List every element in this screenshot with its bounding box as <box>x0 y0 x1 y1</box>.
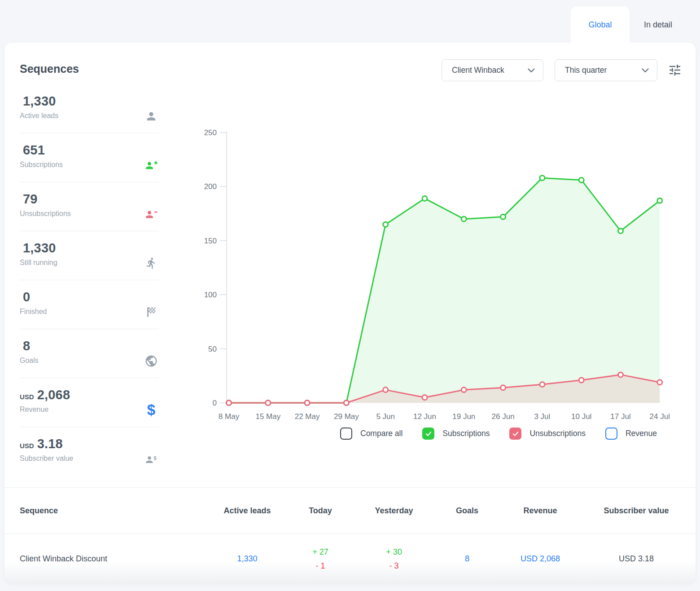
stat-label: Revenue <box>20 406 159 414</box>
chart-legend: Compare all Subscriptions Unsubscription… <box>340 428 657 440</box>
chart-settings-button[interactable] <box>668 63 682 77</box>
stat-label: Subscriber value <box>20 454 159 463</box>
yesterday-plus: + 30 <box>357 545 431 559</box>
x-tick-label: 29 May <box>334 412 359 421</box>
page-title: Sequences <box>20 62 79 75</box>
tune-icon <box>668 63 682 77</box>
svg-text:$: $ <box>154 455 157 461</box>
column-header-today: Today <box>284 506 357 516</box>
stat-number: 0 <box>23 290 30 304</box>
stat-label: Active leads <box>20 112 159 120</box>
stat-number: 1,330 <box>23 94 56 108</box>
column-header-active-leads: Active leads <box>211 506 284 516</box>
stat-value: 1,330 <box>20 94 159 109</box>
cell-today: + 27 - 1 <box>284 545 357 573</box>
unsubscriptions-point <box>422 395 427 400</box>
finish-flag-icon <box>144 305 158 319</box>
x-tick-label: 17 Jul <box>610 412 630 421</box>
stat-still-running: 1,330 Still running <box>20 231 159 280</box>
today-plus: + 27 <box>284 545 357 559</box>
column-header-yesterday: Yesterday <box>357 506 431 516</box>
stats-column: 1,330 Active leads 651 Subscriptions 79 … <box>20 84 159 476</box>
unsubscriptions-point <box>227 401 232 406</box>
x-tick-label: 26 Jun <box>492 412 515 421</box>
cell-subscriber-value: USD 3.18 <box>577 554 696 564</box>
column-header-subscriber-value: Subscriber value <box>577 506 696 516</box>
cell-active-leads: 1,330 <box>211 554 284 564</box>
subscriptions-point <box>383 222 388 227</box>
chevron-down-icon <box>528 68 535 73</box>
globe-icon <box>144 354 158 368</box>
cell-sequence-name: Client Winback Discount <box>4 554 211 564</box>
stat-subscriptions: 651 Subscriptions <box>20 133 159 182</box>
subscriptions-point <box>579 177 584 182</box>
unsubscriptions-checkbox[interactable] <box>509 428 521 440</box>
stat-label: Unsubscriptions <box>20 210 159 218</box>
x-tick-label: 12 Jun <box>413 412 436 421</box>
unsubscriptions-point <box>461 388 466 393</box>
stat-label: Finished <box>20 308 159 316</box>
unsubscriptions-point <box>305 401 310 406</box>
yesterday-minus: - 3 <box>357 559 431 573</box>
column-header-goals: Goals <box>431 506 503 516</box>
check-icon <box>512 430 519 437</box>
stat-currency: USD <box>20 393 34 401</box>
column-header-sequence: Sequence <box>4 506 211 516</box>
subscriber-value-icon: $ <box>144 453 158 466</box>
tab-in-detail[interactable]: In detail <box>630 6 687 44</box>
stat-number: 8 <box>23 339 30 353</box>
tab-global[interactable]: Global <box>571 6 630 44</box>
cell-goals: 8 <box>431 554 503 564</box>
subscriptions-point <box>618 229 623 234</box>
subscriptions-point <box>657 198 662 203</box>
stat-number: 1,330 <box>23 241 56 255</box>
unsubscriptions-point <box>618 372 623 377</box>
tab-in-detail-label: In detail <box>644 20 672 30</box>
stat-number: 651 <box>23 143 45 157</box>
stat-value: USD2,068 <box>20 388 159 402</box>
unsubscriptions-point <box>657 380 662 385</box>
x-tick-label: 8 May <box>219 412 240 421</box>
period-filter-value: This quarter <box>565 66 607 75</box>
sequence-chart: 0501001502002508 May15 May22 May29 May5 … <box>202 128 678 427</box>
legend-label: Subscriptions <box>442 429 490 438</box>
compare-all-checkbox[interactable] <box>340 428 352 440</box>
stat-value: USD3.18 <box>20 437 159 451</box>
sequences-card: Sequences Client Winback This quarter 1,… <box>4 43 696 584</box>
stat-value: 79 <box>20 192 159 207</box>
cell-revenue: USD 2,068 <box>503 554 577 564</box>
x-tick-label: 19 Jun <box>452 412 475 421</box>
period-filter-dropdown[interactable]: This quarter <box>555 59 657 81</box>
subscriptions-checkbox[interactable] <box>422 428 434 440</box>
legend-revenue[interactable]: Revenue <box>605 428 657 440</box>
dollar-icon: $ <box>144 403 158 417</box>
sequence-filter-dropdown[interactable]: Client Winback <box>442 59 543 81</box>
x-tick-label: 15 May <box>255 412 280 421</box>
legend-subscriptions[interactable]: Subscriptions <box>422 428 490 440</box>
stat-unsubscriptions: 79 Unsubscriptions <box>20 182 159 231</box>
legend-label: Compare all <box>360 429 402 438</box>
legend-compare-all[interactable]: Compare all <box>340 428 402 440</box>
subscriptions-area <box>229 178 660 403</box>
stat-goals: 8 Goals <box>20 329 159 378</box>
person-icon <box>144 110 158 123</box>
table-row[interactable]: Client Winback Discount 1,330 + 27 - 1 +… <box>4 534 696 584</box>
legend-label: Revenue <box>626 429 657 438</box>
stat-finished: 0 Finished <box>20 280 159 329</box>
y-tick-label: 100 <box>204 291 217 299</box>
stat-currency: USD <box>20 442 34 450</box>
unsubscriptions-point <box>501 385 506 390</box>
unsubscriptions-point <box>540 382 545 387</box>
x-tick-label: 3 Jul <box>534 412 550 421</box>
stat-number: 2,068 <box>37 388 70 402</box>
check-icon <box>425 430 432 437</box>
revenue-checkbox[interactable] <box>605 428 617 440</box>
today-minus: - 1 <box>284 559 357 573</box>
legend-unsubscriptions[interactable]: Unsubscriptions <box>509 428 586 440</box>
subscriptions-point <box>501 214 506 219</box>
stat-value: 651 <box>20 143 159 158</box>
x-tick-label: 5 Jun <box>376 412 395 421</box>
column-header-revenue: Revenue <box>503 506 577 516</box>
stat-revenue: USD2,068 Revenue $ <box>20 378 159 427</box>
stat-number: 3.18 <box>37 437 63 451</box>
